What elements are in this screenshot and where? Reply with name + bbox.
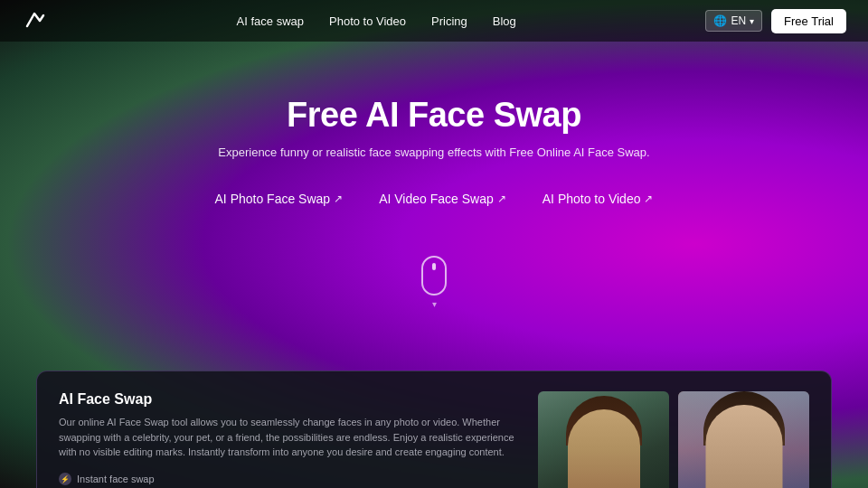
hero-title: Free AI Face Swap — [287, 96, 581, 135]
panel-description: Our online AI Face Swap tool allows you … — [59, 415, 520, 460]
nav-photo-to-video[interactable]: Photo to Video — [329, 14, 406, 28]
badge-icon: ⚡ — [59, 473, 71, 485]
photo-face-swap-label: AI Photo Face Swap — [215, 192, 331, 206]
logo[interactable] — [22, 8, 47, 33]
video-face-swap-link[interactable]: AI Video Face Swap ↗ — [379, 192, 506, 206]
hero-subtitle: Experience funny or realistic face swapp… — [218, 145, 649, 159]
panel-text-content: AI Face Swap Our online AI Face Swap too… — [59, 391, 520, 488]
arrow-icon-2: ↗ — [644, 192, 653, 205]
face-swap-photo-2 — [678, 391, 809, 488]
video-face-swap-label: AI Video Face Swap — [379, 192, 494, 206]
navbar: AI face swap Photo to Video Pricing Blog… — [0, 0, 868, 42]
flag-icon: 🌐 — [713, 14, 727, 27]
scroll-indicator: ▾ — [0, 256, 868, 309]
photo-to-video-label: AI Photo to Video — [542, 192, 641, 206]
panel-images — [538, 391, 809, 488]
face-decoration-1 — [568, 409, 640, 488]
instant-face-swap-badge[interactable]: ⚡ Instant face swap — [59, 473, 155, 485]
hero-navigation-links: AI Photo Face Swap ↗ AI Video Face Swap … — [215, 192, 654, 206]
badge-label: Instant face swap — [77, 474, 155, 484]
nav-pricing[interactable]: Pricing — [431, 14, 467, 28]
scroll-chevron-icon: ▾ — [432, 299, 437, 309]
face-swap-photo-1 — [538, 391, 669, 488]
arrow-icon-0: ↗ — [334, 192, 343, 205]
panel-title: AI Face Swap — [59, 391, 520, 408]
language-selector[interactable]: 🌐 EN ▾ — [705, 10, 762, 32]
lang-label: EN — [731, 14, 746, 27]
arrow-icon-1: ↗ — [497, 192, 506, 205]
logo-icon — [22, 8, 47, 33]
face-decoration-2 — [705, 405, 782, 488]
nav-ai-face-swap[interactable]: AI face swap — [237, 14, 304, 28]
free-trial-button[interactable]: Free Trial — [771, 9, 846, 33]
bottom-info-panel: AI Face Swap Our online AI Face Swap too… — [36, 371, 832, 488]
scroll-oval — [421, 256, 447, 296]
hero-section: Free AI Face Swap Experience funny or re… — [0, 42, 868, 206]
photo-face-swap-link[interactable]: AI Photo Face Swap ↗ — [215, 192, 344, 206]
scroll-dot — [432, 263, 436, 270]
nav-links: AI face swap Photo to Video Pricing Blog — [237, 14, 516, 28]
photo-to-video-link[interactable]: AI Photo to Video ↗ — [542, 192, 654, 206]
nav-blog[interactable]: Blog — [493, 14, 516, 28]
chevron-down-icon: ▾ — [750, 16, 754, 26]
navbar-right: 🌐 EN ▾ Free Trial — [705, 9, 846, 33]
